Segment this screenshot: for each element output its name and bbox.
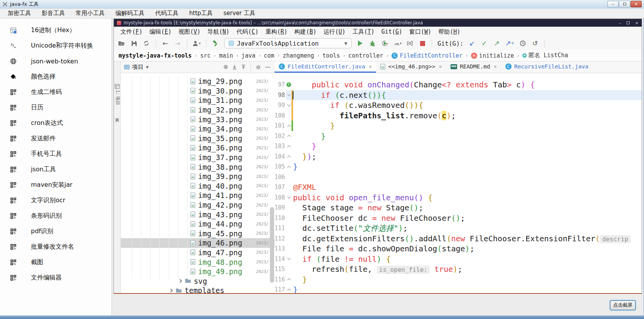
- chevron-right-icon[interactable]: [178, 279, 182, 283]
- breadcrumb-item[interactable]: src: [200, 52, 210, 59]
- line-number[interactable]: 113: [275, 244, 286, 254]
- stop-button[interactable]: [419, 39, 426, 48]
- code-line[interactable]: 103 }: [275, 141, 642, 152]
- sidebar-item[interactable]: 16进制（Hex）: [0, 22, 112, 38]
- chevron-down-icon[interactable]: ▼: [146, 65, 149, 69]
- tree-row[interactable]: img_34.png2023/: [121, 124, 275, 134]
- gear-icon[interactable]: [256, 65, 261, 70]
- breadcrumb-item[interactable]: tools: [322, 52, 340, 59]
- tree-row[interactable]: img_39.png2023/: [121, 172, 275, 181]
- sidebar-item[interactable]: 发送邮件: [0, 131, 112, 146]
- code-line[interactable]: 108public void open_file_menu() {: [275, 193, 642, 203]
- ide-menu-item[interactable]: 导航(N): [204, 28, 233, 36]
- line-number[interactable]: 107: [275, 182, 286, 193]
- save-icon[interactable]: [130, 39, 138, 48]
- app-menu-item[interactable]: http工具: [184, 9, 218, 18]
- code-line[interactable]: 98 if (c.next()){: [275, 90, 642, 101]
- tree-row[interactable]: img_44.png2023/: [121, 219, 275, 229]
- code-line[interactable]: 99 if (c.wasRemoved()){: [275, 100, 642, 111]
- tree-row[interactable]: img_37.png2023/: [121, 153, 275, 162]
- hide-panel-icon[interactable]: —: [265, 64, 271, 70]
- ide-menu-item[interactable]: 重构(R): [262, 28, 291, 36]
- line-number[interactable]: 98: [275, 90, 286, 101]
- close-button[interactable]: ×: [630, 1, 642, 7]
- code-line[interactable]: 97↑ public void onChanged(Change<? exten…: [275, 80, 642, 90]
- maximize-button[interactable]: [619, 1, 630, 7]
- app-menu-item[interactable]: 影音工具: [36, 9, 70, 18]
- code-text[interactable]: File file = dc.showOpenDialog(stage);: [293, 244, 642, 254]
- line-number[interactable]: 109: [275, 203, 286, 213]
- sync-icon[interactable]: [142, 39, 150, 48]
- override-marker-icon[interactable]: ↑: [286, 82, 291, 87]
- sidebar-item[interactable]: cron表达式: [0, 115, 112, 131]
- code-text[interactable]: }: [293, 131, 642, 142]
- code-text[interactable]: }: [293, 275, 642, 285]
- code-text[interactable]: [293, 172, 642, 183]
- rollback-icon[interactable]: ↺: [531, 39, 539, 48]
- chevron-right-icon[interactable]: [169, 288, 173, 292]
- code-line[interactable]: 106: [275, 172, 642, 183]
- code-line[interactable]: 112 dc.getExtensionFilters().addAll(new …: [275, 234, 642, 244]
- close-icon[interactable]: ×: [369, 63, 372, 70]
- sidebar-item[interactable]: Unicode和字符串转换: [0, 38, 112, 53]
- ide-menu-item[interactable]: 运行(U): [320, 28, 349, 36]
- line-number[interactable]: 105: [275, 162, 286, 172]
- back-icon[interactable]: ←: [161, 39, 169, 48]
- tree-row[interactable]: img_42.png2023/: [121, 200, 275, 210]
- breadcrumb-item[interactable]: java: [241, 52, 255, 59]
- sidebar-item[interactable]: 手机号工具: [0, 146, 112, 162]
- sidebar-item[interactable]: 颜色选择: [0, 69, 112, 84]
- code-editor[interactable]: 97↑ public void onChanged(Change<? exten…: [275, 73, 642, 293]
- tree-row[interactable]: img_43.png2023/: [121, 210, 275, 219]
- sidebar-item[interactable]: json工具: [0, 162, 112, 177]
- fold-down-icon[interactable]: [287, 103, 291, 107]
- line-number[interactable]: 115: [275, 264, 286, 275]
- code-line[interactable]: 101 }: [275, 121, 642, 131]
- code-text[interactable]: if (c.wasRemoved()){: [293, 100, 642, 111]
- ide-menu-item[interactable]: Git(G): [378, 28, 406, 35]
- run-button[interactable]: [356, 39, 364, 48]
- tree-row[interactable]: img_30.png2023/: [121, 86, 275, 96]
- breadcrumb-item[interactable]: CFileEditController: [391, 52, 463, 59]
- attach-profiler-icon[interactable]: [406, 39, 414, 48]
- ide-menu-item[interactable]: 视图(V): [175, 28, 204, 36]
- code-line[interactable]: 114 if (file != null) {: [275, 254, 642, 264]
- ide-menu-item[interactable]: 工具(T): [349, 28, 378, 36]
- fold-up-icon[interactable]: [287, 165, 291, 169]
- fold-up-icon[interactable]: [287, 278, 291, 282]
- code-text[interactable]: public void open_file_menu() {: [293, 193, 642, 203]
- sidebar-item[interactable]: 文件编辑器: [0, 270, 112, 285]
- app-menu-item[interactable]: 常用小工具: [70, 9, 110, 18]
- tree-row[interactable]: img_46.png2023/: [121, 238, 275, 248]
- line-number[interactable]: 104: [275, 152, 286, 162]
- fold-down-icon[interactable]: [287, 195, 291, 199]
- code-text[interactable]: Stage stage = new Stage();: [293, 203, 642, 213]
- tree-row[interactable]: img_48.png2023/: [121, 257, 275, 267]
- line-number[interactable]: 101: [275, 121, 286, 131]
- profiler-button[interactable]: ▾: [393, 39, 402, 48]
- breadcrumb-item[interactable]: mystyle-java-fx-tools: [119, 52, 192, 59]
- fold-up-icon[interactable]: [287, 125, 291, 128]
- sidebar-item[interactable]: 生成二维码: [0, 84, 112, 100]
- line-number[interactable]: 114: [275, 254, 286, 264]
- locate-file-icon[interactable]: ⊕: [223, 64, 228, 70]
- tree-row[interactable]: templates: [121, 286, 275, 293]
- line-number[interactable]: 102: [275, 131, 286, 142]
- line-number[interactable]: 99: [275, 100, 286, 111]
- git-fetch-icon[interactable]: ↗+: [505, 39, 514, 48]
- sidebar-item[interactable]: maven安装jar: [0, 177, 112, 193]
- code-text[interactable]: if (file != null) {: [293, 254, 642, 264]
- line-number[interactable]: 112: [275, 234, 286, 244]
- app-menu-item[interactable]: server 工具: [218, 9, 261, 18]
- tree-row[interactable]: img_49.png2023/: [121, 267, 275, 276]
- expand-all-icon[interactable]: [232, 65, 237, 70]
- editor-tab[interactable]: MDREADME.md×: [446, 61, 501, 73]
- code-text[interactable]: filePaths_list.remove(c);: [293, 111, 642, 121]
- ide-menu-item[interactable]: 构建(B): [291, 28, 320, 36]
- breadcrumb-item[interactable]: com: [264, 52, 274, 59]
- line-number[interactable]: 106: [275, 172, 286, 183]
- git-update-icon[interactable]: ↙: [468, 39, 476, 48]
- line-number[interactable]: 117: [275, 285, 286, 293]
- bookmark-icon[interactable]: [115, 118, 119, 123]
- breadcrumb-item[interactable]: controller: [348, 52, 383, 59]
